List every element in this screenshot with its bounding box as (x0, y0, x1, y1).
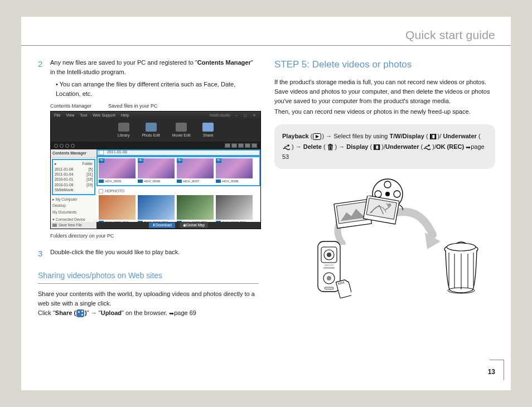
menu-item: Tool (80, 113, 87, 118)
t: Display (346, 143, 368, 150)
menu-item: View (66, 113, 74, 118)
svg-point-34 (327, 276, 331, 280)
mode-row: Library Photo Edit Movie Edit Share (51, 119, 260, 142)
t: Connected Device (56, 217, 85, 221)
n: 2011-01-08 (55, 167, 73, 172)
caption-folders: Folders directory on your PC (50, 232, 259, 240)
svg-rect-35 (325, 287, 333, 289)
step-3: 3 Double-click the file you would like t… (38, 248, 259, 260)
t: Underwater (443, 133, 477, 139)
nav-dots (54, 144, 75, 148)
label: Share (203, 133, 214, 138)
right-column: STEP 5: Delete videos or photos If the p… (274, 58, 495, 318)
page-number: 13 (488, 367, 495, 377)
svg-rect-2 (430, 134, 432, 139)
photo-thumb: SAM_0086.JPG (99, 195, 136, 225)
svg-point-5 (287, 144, 289, 146)
folder-item: 2010-01-08[19] (54, 182, 93, 187)
step-text: Any new files are saved to your PC and r… (50, 58, 259, 98)
underwater-icon (423, 144, 432, 151)
hd-badge-icon (99, 180, 104, 183)
my-documents: My Documents (51, 209, 96, 215)
left-column: 2 Any new files are saved to your PC and… (38, 58, 259, 318)
photo-edit-icon: Photo Edit (142, 123, 159, 138)
t: Share ( (55, 309, 76, 316)
shot-body: Contents Manager ▸ Folder 2011-01-08[5] … (51, 149, 260, 229)
photo-thumb: SAM_0027.JPG (177, 195, 214, 225)
arrow-icon: → (338, 143, 345, 150)
bullet: You can arrange the files by different c… (50, 80, 259, 98)
svg-point-14 (428, 144, 430, 146)
svg-rect-13 (379, 144, 380, 150)
view-buttons (225, 143, 257, 148)
document-page: Quick start guide 2 Any new files are sa… (21, 17, 511, 390)
hd-badge: HD (177, 158, 182, 163)
n: 2010-01-01 (55, 177, 73, 182)
download-button: ⬇ Download (149, 222, 175, 228)
t: page 69 (174, 309, 196, 316)
t: Contents Manager (197, 59, 251, 66)
label: Library (118, 133, 129, 138)
share-icon-button: Share (202, 123, 214, 138)
hook-arrow-icon: ➥ (466, 142, 471, 153)
video-thumb: HDHDV_0007. (177, 158, 214, 184)
playback-icon (313, 133, 321, 140)
photo-thumb: SAM_0018.JPG (216, 195, 253, 225)
c: [31] (86, 172, 93, 177)
window-titlebar: Intelli-studio – ◻ ✕ (210, 112, 257, 119)
step-number: 2 (38, 58, 46, 98)
c: [19] (86, 177, 93, 182)
hook-arrow-icon: ➥ (169, 309, 174, 318)
n: 2011-01-04 (55, 172, 73, 177)
fn: HDV_0006. (144, 179, 161, 184)
steps-callout: Playback () → Select files by using T/W/… (274, 124, 495, 169)
t: Upload (101, 309, 122, 316)
caption-saved-files: Saved files in your PC (108, 103, 158, 110)
arrow-curve-right-icon (396, 206, 441, 250)
date-bar: 2011-01-08 (96, 149, 260, 156)
page-header: Quick start guide (21, 17, 511, 46)
header-title: Quick start guide (405, 27, 495, 43)
c: [19] (86, 182, 93, 187)
t: Download (156, 222, 172, 227)
t: Playback (282, 133, 309, 139)
step-text: Double-click the file you would like to … (50, 248, 259, 260)
toolbar (51, 142, 260, 149)
app-title: Intelli-studio (210, 113, 230, 118)
intelli-studio-screenshot: File View Tool Web Support Help Intelli-… (50, 111, 261, 229)
svg-rect-7 (330, 144, 331, 144)
main-area: 2011-01-08 HDHDV_0005. HDHDV_0006. HDHDV… (96, 149, 260, 229)
menu-item: Web Support (93, 113, 115, 118)
my-computer: ▸ My Computer (51, 196, 96, 202)
shot-captions-top: Contents Manager Saved files in your PC (50, 103, 259, 110)
svg-rect-6 (328, 144, 332, 146)
divider (38, 283, 259, 284)
photo-stack-icon (332, 196, 399, 235)
label: Movie Edit (172, 133, 191, 138)
t: " (97, 309, 101, 316)
sharing-para1: Share your contents with the world, by u… (38, 289, 259, 308)
corner-rule-v (504, 360, 504, 380)
maximize-icon: ◻ (243, 113, 248, 118)
folder-block: ▸ Folder 2011-01-08[5] 2011-01-04[31] 20… (52, 159, 95, 195)
display-icon (429, 133, 437, 140)
desktop: Desktop (51, 202, 96, 209)
folder-label: ▸ Folder (54, 161, 93, 166)
brand-text: SAMSUNG (324, 264, 334, 267)
underwater-icon (283, 144, 291, 151)
t: Any new files are saved to your PC and r… (50, 59, 197, 66)
checkbox-icon (99, 189, 103, 193)
t: " (87, 309, 91, 316)
delete-illustration: SAMSUNG (274, 179, 495, 302)
t: My Computer (56, 197, 78, 201)
video-thumb: HDHDV_0008. (216, 158, 253, 184)
hd-badge-icon (138, 180, 143, 183)
close-icon: ✕ (252, 113, 257, 118)
video-thumbs: HDHDV_0005. HDHDV_0006. HDHDV_0007. HDHD… (96, 156, 260, 186)
hd-badge: HD (216, 158, 221, 163)
n: 2010-01-08 (55, 182, 73, 187)
video-thumb: HDHDV_0005. (99, 158, 136, 184)
step5-para1: If the product's storage media is full, … (274, 77, 495, 106)
step5-title: STEP 5: Delete videos or photos (274, 58, 495, 72)
fn: HDV_0008. (222, 179, 239, 184)
